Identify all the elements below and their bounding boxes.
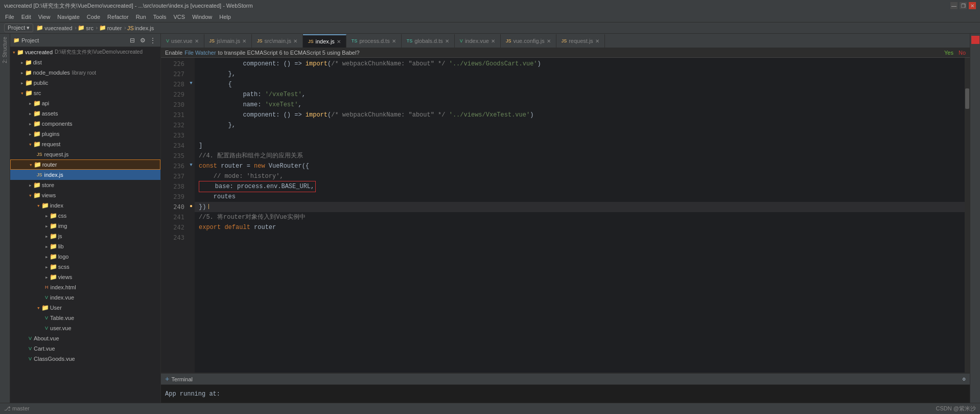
scrollbar-thumb[interactable] xyxy=(965,88,969,109)
tab-close-reqjs[interactable]: ✕ xyxy=(595,38,599,44)
tree-item-views2[interactable]: ▸ 📁 views xyxy=(10,272,160,282)
tab-close-user[interactable]: ✕ xyxy=(195,38,199,44)
minimize-button[interactable]: — xyxy=(950,2,958,9)
tab-close-process[interactable]: ✕ xyxy=(392,38,396,44)
code-line-242: export default router xyxy=(195,222,965,233)
terminal-content[interactable]: App running at: xyxy=(161,384,970,403)
tab-src-main[interactable]: JS src\main.js ✕ xyxy=(252,34,303,48)
tree-item-css[interactable]: ▸ 📁 css xyxy=(10,211,160,221)
tree-item-user-folder[interactable]: ▾ 📁 User xyxy=(10,303,160,313)
status-left: ⎇ master xyxy=(4,405,30,412)
code-line-243 xyxy=(195,233,965,243)
tab-request-js[interactable]: JS request.js ✕ xyxy=(556,34,605,48)
status-git[interactable]: ⎇ master xyxy=(4,405,30,412)
tab-label-mainjs: js\main.js xyxy=(217,38,240,44)
terminal-settings-btn[interactable]: ⚙ xyxy=(963,376,966,382)
tree-item-views[interactable]: ▾ 📁 views xyxy=(10,190,160,200)
fold-icon-228[interactable]: ▼ xyxy=(188,78,195,88)
menu-code[interactable]: Code xyxy=(84,13,103,21)
tab-label-globals: globals.d.ts xyxy=(414,38,443,44)
breadcrumb-file[interactable]: index.js xyxy=(135,25,154,31)
tab-close-indexvue[interactable]: ✕ xyxy=(491,38,495,44)
menu-view[interactable]: View xyxy=(35,13,54,21)
window-controls[interactable]: — ❐ ✕ xyxy=(950,2,976,9)
tree-item-assets[interactable]: ▸ 📁 assets xyxy=(10,108,160,119)
folder-icon-indexf: 📁 xyxy=(41,202,49,210)
tree-item-components[interactable]: ▸ 📁 components xyxy=(10,119,160,129)
tree-item-about[interactable]: V About.vue xyxy=(10,333,160,343)
project-dropdown[interactable]: Project ▾ xyxy=(4,24,33,32)
breadcrumb-item-project[interactable]: 📁 xyxy=(36,25,43,31)
tab-vue-config[interactable]: JS vue.config.js ✕ xyxy=(501,34,556,48)
editor-scrollbar[interactable] xyxy=(965,58,970,373)
menu-vcs[interactable]: VCS xyxy=(171,13,189,21)
tab-close-indexjs[interactable]: ✕ xyxy=(337,39,341,44)
sidebar-scroll-btn[interactable]: ⋮ xyxy=(148,36,157,45)
tree-item-js[interactable]: ▸ 📁 js xyxy=(10,231,160,241)
menu-tools[interactable]: Tools xyxy=(150,13,170,21)
fold-icon-236[interactable]: ▼ xyxy=(188,160,195,170)
tab-index-js[interactable]: JS index.js ✕ xyxy=(303,34,346,48)
tree-item-request[interactable]: ▾ 📁 request xyxy=(10,139,160,149)
breadcrumb-router[interactable]: router xyxy=(107,25,122,31)
menu-edit[interactable]: Edit xyxy=(18,13,34,21)
tab-close-srcmain[interactable]: ✕ xyxy=(293,38,297,44)
tree-item-indexjs[interactable]: JS index.js xyxy=(10,170,160,180)
tree-item-scss[interactable]: ▸ 📁 scss xyxy=(10,262,160,272)
tree-label-logo: logo xyxy=(58,254,69,260)
tree-item-cart[interactable]: V Cart.vue xyxy=(10,343,160,354)
sidebar-collapse-btn[interactable]: ⊟ xyxy=(128,36,137,45)
menu-run[interactable]: Run xyxy=(133,13,149,21)
terminal-add-btn[interactable]: + xyxy=(165,375,169,383)
maximize-button[interactable]: ❐ xyxy=(960,2,967,9)
error-indicator[interactable] xyxy=(971,36,979,44)
tree-item-uservue[interactable]: V user.vue xyxy=(10,323,160,333)
root-label: vuecreated xyxy=(25,49,53,55)
tree-item-public[interactable]: ▸ 📁 public xyxy=(10,78,160,88)
tree-item-img[interactable]: ▸ 📁 img xyxy=(10,221,160,231)
tab-close-vueconfig[interactable]: ✕ xyxy=(547,38,551,44)
tree-item-tablevue[interactable]: V Table.vue xyxy=(10,313,160,323)
tab-globals-dts[interactable]: TS globals.d.ts ✕ xyxy=(402,34,455,48)
tree-item-index-folder[interactable]: ▾ 📁 index xyxy=(10,200,160,211)
tab-user-vue[interactable]: V user.vue ✕ xyxy=(161,34,204,48)
code-content-area[interactable]: component: () => import(/* webpackChunkN… xyxy=(195,58,965,373)
info-no[interactable]: No xyxy=(959,50,966,56)
tree-item-lib[interactable]: ▸ 📁 lib xyxy=(10,241,160,251)
close-button[interactable]: ✕ xyxy=(969,2,976,9)
tab-process-dts[interactable]: TS process.d.ts ✕ xyxy=(346,34,402,48)
tab-main-js[interactable]: JS js\main.js ✕ xyxy=(204,34,252,48)
menu-navigate[interactable]: Navigate xyxy=(54,13,82,21)
tree-item-request-js[interactable]: JS request.js xyxy=(10,149,160,159)
sidebar-toolbar: ⊟ ⚙ ⋮ xyxy=(128,36,157,45)
tree-item-node-modules[interactable]: ▸ 📁 node_modules library root xyxy=(10,67,160,78)
menu-refactor[interactable]: Refactor xyxy=(104,13,132,21)
tree-item-dist[interactable]: ▸ 📁 dist xyxy=(10,57,160,67)
structure-label[interactable]: 2: Structure xyxy=(2,37,8,63)
tree-item-store[interactable]: ▸ 📁 store xyxy=(10,180,160,190)
tree-item-indexvue[interactable]: V index.vue xyxy=(10,292,160,303)
tree-item-logo[interactable]: ▸ 📁 logo xyxy=(10,251,160,262)
breadcrumb-src[interactable]: 📁 xyxy=(78,25,85,31)
info-link-filewatcher[interactable]: File Watcher xyxy=(184,50,216,56)
info-yes[interactable]: Yes xyxy=(944,50,953,56)
tree-item-src[interactable]: ▾ 📁 src xyxy=(10,88,160,98)
fold-gutter: ▼ ▼ ● xyxy=(188,58,195,373)
tab-index-vue[interactable]: V index.vue ✕ xyxy=(455,34,501,48)
vue-icon-about: V xyxy=(29,336,32,341)
tree-item-root[interactable]: ▾ 📁 vuecreated D:\研究生文件夹\VueDemo\vuecrea… xyxy=(10,47,160,57)
tree-item-api[interactable]: ▸ 📁 api xyxy=(10,98,160,108)
tree-item-indexhtml[interactable]: H index.html xyxy=(10,282,160,292)
terminal-label[interactable]: Terminal xyxy=(171,376,193,382)
tree-item-classgoods[interactable]: V ClassGoods.vue xyxy=(10,354,160,364)
tab-close-mainjs[interactable]: ✕ xyxy=(242,38,246,44)
tree-item-plugins[interactable]: ▸ 📁 plugins xyxy=(10,129,160,139)
tree-label-router: router xyxy=(42,162,57,168)
tree-item-router[interactable]: ▾ 📁 router xyxy=(10,159,160,170)
sidebar-settings-btn[interactable]: ⚙ xyxy=(138,36,147,45)
menu-file[interactable]: File xyxy=(2,13,17,21)
tab-close-globals[interactable]: ✕ xyxy=(445,38,449,44)
menu-window[interactable]: Window xyxy=(189,13,215,21)
js-file-icon-index: JS xyxy=(37,172,42,177)
menu-help[interactable]: Help xyxy=(216,13,234,21)
